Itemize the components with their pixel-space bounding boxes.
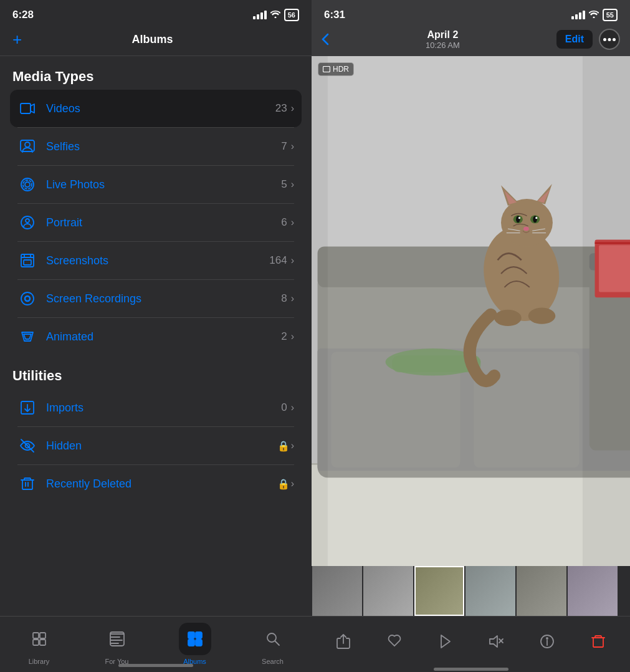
hdr-badge: HDR: [318, 62, 354, 76]
tab-library[interactable]: Library: [0, 623, 78, 665]
photo-container[interactable]: HDR: [312, 56, 630, 566]
svg-rect-27: [196, 632, 202, 638]
screen-recordings-icon: [17, 289, 37, 309]
thumbnail-3[interactable]: [414, 566, 464, 616]
signal-bars-right: [571, 11, 585, 19]
imports-icon: [17, 398, 37, 418]
photo-date: April 2: [426, 29, 460, 41]
status-bar-right: 6:31 55: [312, 0, 630, 26]
recently-deleted-lock-icon: 🔒: [277, 478, 290, 490]
animated-count: 2: [281, 330, 287, 343]
add-button[interactable]: +: [12, 30, 22, 49]
svg-rect-29: [196, 640, 202, 646]
photo-toolbar: [312, 616, 630, 666]
svg-rect-28: [188, 640, 194, 646]
play-button[interactable]: [432, 628, 459, 655]
status-icons-right: 55: [571, 9, 618, 21]
wifi-icon-left: [270, 10, 280, 20]
time-left: 6:28: [12, 9, 34, 21]
imports-count: 0: [281, 401, 287, 414]
menu-item-live-photos[interactable]: Live Photos 5 ›: [10, 166, 302, 203]
selfie-icon: [17, 137, 37, 156]
thumbnail-6[interactable]: [568, 566, 618, 616]
animated-label: Animated: [46, 330, 281, 343]
svg-rect-10: [24, 260, 31, 265]
wifi-icon-right: [589, 9, 599, 21]
svg-rect-23: [33, 640, 39, 645]
hidden-chevron: ›: [291, 440, 294, 451]
delete-button[interactable]: [585, 628, 612, 655]
albums-title: Albums: [132, 33, 173, 46]
info-button[interactable]: [533, 628, 561, 655]
mute-button[interactable]: [482, 628, 510, 655]
imports-chevron: ›: [291, 402, 294, 413]
right-panel: 6:31 55 April 2 10:26 AM Edit: [312, 0, 630, 672]
menu-item-screenshots[interactable]: Screenshots 164 ›: [10, 242, 302, 279]
hidden-lock-icon: 🔒: [277, 440, 290, 452]
thumbnail-4[interactable]: [465, 566, 515, 616]
menu-item-imports[interactable]: Imports 0 ›: [10, 389, 302, 426]
hidden-label: Hidden: [46, 439, 277, 453]
animated-icon: [17, 327, 37, 347]
svg-point-34: [613, 38, 616, 41]
menu-item-portrait[interactable]: Portrait 6 ›: [10, 204, 302, 241]
time-right: 6:31: [324, 9, 345, 21]
more-button[interactable]: [599, 29, 620, 50]
portrait-count: 6: [281, 216, 287, 229]
library-tab-label: Library: [29, 658, 50, 665]
svg-rect-44: [474, 352, 579, 467]
tab-for-you[interactable]: For You: [78, 623, 156, 665]
menu-item-hidden[interactable]: Hidden 🔒 ›: [10, 427, 302, 464]
svg-point-33: [608, 38, 611, 41]
live-photos-count: 5: [281, 178, 287, 191]
menu-item-recently-deleted[interactable]: Recently Deleted 🔒 ›: [10, 465, 302, 502]
screenshots-count: 164: [269, 254, 287, 267]
albums-header: + Albums: [0, 26, 312, 56]
thumbnail-1[interactable]: [312, 566, 362, 616]
svg-rect-0: [21, 103, 31, 113]
videos-label: Videos: [46, 102, 275, 115]
albums-scroll[interactable]: Media Types Videos 23 › Selfies 7 ›: [0, 56, 312, 616]
left-panel: 6:28 56 + Albums Media Types: [0, 0, 312, 672]
selfies-label: Selfies: [46, 140, 281, 153]
search-tab-icon-wrap: [257, 623, 289, 655]
recently-deleted-icon: [17, 474, 37, 494]
recently-deleted-chevron: ›: [291, 478, 294, 489]
portrait-icon: [17, 213, 37, 233]
menu-item-videos[interactable]: Videos 23 ›: [10, 90, 302, 127]
svg-rect-18: [22, 480, 32, 489]
home-indicator-right: [312, 666, 630, 672]
thumbnail-5[interactable]: [517, 566, 566, 616]
thumbnail-2[interactable]: [363, 566, 413, 616]
svg-point-68: [494, 310, 522, 326]
for-you-tab-icon-wrap: [101, 623, 133, 655]
screen-recordings-label: Screen Recordings: [46, 292, 281, 305]
svg-point-63: [523, 227, 529, 231]
thumbnail-strip[interactable]: [312, 566, 630, 616]
videos-count: 23: [275, 102, 287, 115]
status-icons-left: 56: [253, 9, 299, 21]
edit-button[interactable]: Edit: [556, 30, 593, 49]
svg-point-12: [25, 296, 30, 301]
svg-point-5: [25, 182, 30, 187]
back-button[interactable]: [322, 33, 329, 46]
svg-point-32: [603, 38, 606, 41]
tab-search[interactable]: Search: [234, 623, 312, 665]
svg-point-2: [25, 142, 30, 147]
svg-marker-72: [441, 635, 450, 648]
library-tab-icon-wrap: [23, 623, 55, 655]
svg-point-59: [516, 216, 520, 223]
screenshots-label: Screenshots: [46, 254, 269, 267]
svg-point-11: [21, 292, 34, 305]
heart-button[interactable]: [381, 628, 408, 655]
share-button[interactable]: [330, 628, 357, 655]
menu-item-animated[interactable]: Animated 2 ›: [10, 318, 302, 355]
tab-albums[interactable]: Albums: [156, 623, 234, 665]
search-tab-label: Search: [262, 658, 284, 665]
menu-item-screen-recordings[interactable]: Screen Recordings 8 ›: [10, 280, 302, 317]
photo-date-center: April 2 10:26 AM: [426, 29, 460, 50]
svg-rect-37: [312, 464, 630, 566]
menu-item-selfies[interactable]: Selfies 7 ›: [10, 128, 302, 165]
svg-point-52: [501, 199, 553, 246]
svg-rect-24: [40, 640, 45, 645]
